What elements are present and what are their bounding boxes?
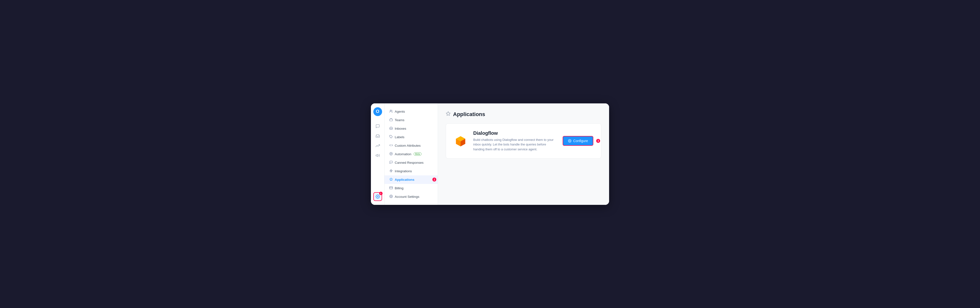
svg-marker-6 xyxy=(391,153,392,154)
integrations-icon xyxy=(389,169,393,173)
rail-chat[interactable] xyxy=(373,122,382,131)
beta-badge: Beta xyxy=(414,152,422,156)
rail-settings-badge: 1 xyxy=(379,192,383,195)
svg-point-11 xyxy=(391,196,391,197)
dialogflow-icon xyxy=(454,134,468,148)
icon-rail: O 1 xyxy=(371,104,385,205)
automation-icon xyxy=(389,152,393,156)
agents-icon xyxy=(389,110,393,113)
dialogflow-info: Dialogflow Build chatbots using Dialogfl… xyxy=(473,131,557,152)
svg-marker-0 xyxy=(376,154,377,157)
sidebar-label-integrations: Integrations xyxy=(395,169,412,173)
sidebar-label-canned-responses: Canned Responses xyxy=(395,161,424,164)
sidebar-label-automation: Automation xyxy=(395,152,411,156)
canned-responses-icon xyxy=(389,161,393,165)
svg-rect-9 xyxy=(390,187,393,189)
sidebar-item-inboxes[interactable]: Inboxes xyxy=(385,124,438,133)
page-title: Applications xyxy=(453,111,485,118)
inboxes-icon xyxy=(389,126,393,131)
dialogflow-description: Build chatbots using Dialogflow and conn… xyxy=(473,137,557,152)
configure-badge: 3 xyxy=(596,139,600,143)
sidebar: Agents Teams Inboxes Labels Custom Attri… xyxy=(385,104,438,205)
sidebar-item-custom-attributes[interactable]: Custom Attributes xyxy=(385,141,438,150)
sidebar-item-automation[interactable]: Automation Beta xyxy=(385,150,438,158)
sidebar-item-applications[interactable]: Applications 2 xyxy=(385,176,438,184)
logo[interactable]: O xyxy=(373,107,382,116)
svg-point-5 xyxy=(390,152,393,155)
sidebar-item-account-settings[interactable]: Account Settings xyxy=(385,192,438,201)
rail-settings[interactable]: 1 xyxy=(373,192,382,201)
dialogflow-card: Dialogflow Build chatbots using Dialogfl… xyxy=(446,123,601,159)
main-content: Applications xyxy=(438,104,609,205)
billing-icon xyxy=(389,186,393,190)
custom-attributes-icon xyxy=(389,144,393,148)
sidebar-label-custom-attributes: Custom Attributes xyxy=(395,144,421,147)
sidebar-item-teams[interactable]: Teams xyxy=(385,116,438,124)
svg-point-16 xyxy=(570,140,570,142)
sidebar-item-billing[interactable]: Billing xyxy=(385,184,438,192)
app-window: O 1 Agents Team xyxy=(371,104,609,205)
sidebar-label-teams: Teams xyxy=(395,118,404,122)
teams-icon xyxy=(389,118,393,122)
page-header: Applications xyxy=(446,111,601,118)
sidebar-label-account-settings: Account Settings xyxy=(395,195,419,198)
rail-inbox[interactable] xyxy=(373,132,382,140)
sidebar-item-labels[interactable]: Labels xyxy=(385,133,438,141)
account-settings-icon xyxy=(389,195,393,199)
svg-point-2 xyxy=(390,110,391,111)
svg-marker-8 xyxy=(390,178,393,180)
labels-icon xyxy=(389,135,393,139)
svg-marker-7 xyxy=(390,169,393,172)
sidebar-label-labels: Labels xyxy=(395,135,404,139)
sidebar-label-applications: Applications xyxy=(395,178,414,182)
svg-rect-3 xyxy=(390,119,393,121)
svg-point-1 xyxy=(377,196,378,197)
sidebar-item-integrations[interactable]: Integrations xyxy=(385,167,438,176)
sidebar-label-inboxes: Inboxes xyxy=(395,127,406,131)
applications-badge: 2 xyxy=(433,177,436,182)
rail-campaigns[interactable] xyxy=(373,151,382,160)
configure-button[interactable]: Configure xyxy=(563,136,593,146)
configure-wrapper: Configure 3 xyxy=(563,136,593,146)
rail-reports[interactable] xyxy=(373,141,382,150)
configure-label: Configure xyxy=(573,139,588,143)
svg-marker-12 xyxy=(446,112,450,116)
dialogflow-name: Dialogflow xyxy=(473,131,557,136)
page-header-icon xyxy=(446,111,450,117)
sidebar-label-agents: Agents xyxy=(395,110,405,113)
sidebar-label-billing: Billing xyxy=(395,186,404,190)
sidebar-item-agents[interactable]: Agents xyxy=(385,107,438,116)
applications-icon xyxy=(389,177,393,182)
sidebar-item-canned-responses[interactable]: Canned Responses xyxy=(385,158,438,167)
